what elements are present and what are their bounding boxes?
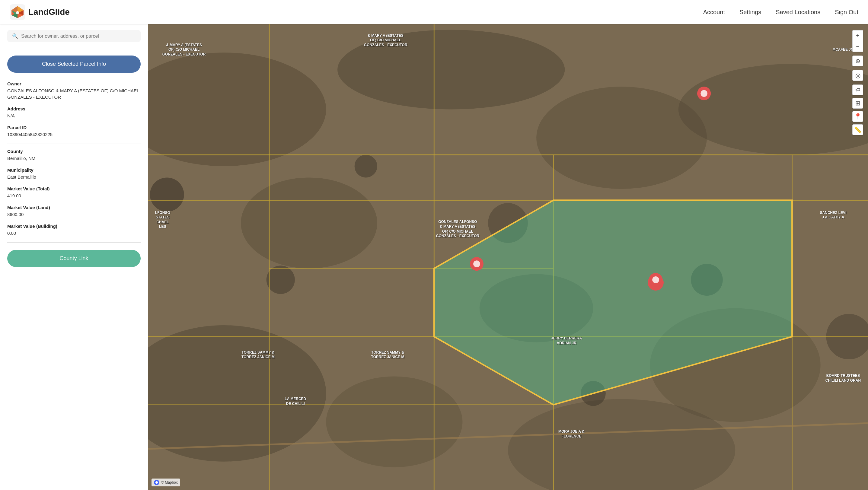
divider-2: [7, 242, 141, 242]
nav-settings[interactable]: Settings: [739, 9, 761, 16]
owner-label: Owner: [7, 81, 141, 86]
svg-point-21: [354, 155, 377, 177]
location-button[interactable]: ◎: [852, 70, 863, 81]
search-icon: 🔍: [12, 33, 18, 39]
mapbox-label: © Mapbox: [161, 480, 178, 485]
svg-point-7: [16, 11, 19, 14]
svg-point-17: [326, 376, 462, 467]
logo-area: LandGlide: [10, 4, 703, 20]
pin-button[interactable]: 📍: [852, 111, 863, 122]
parcel-id-field: Parcel ID 103904405842320225: [7, 125, 141, 138]
top-pin-center: [701, 90, 707, 97]
svg-point-20: [267, 265, 295, 294]
zoom-out-button[interactable]: −: [852, 41, 863, 52]
svg-point-10: [337, 30, 565, 109]
market-value-total-label: Market Value (Total): [7, 186, 141, 191]
left-pin-center: [473, 260, 480, 267]
nav-account[interactable]: Account: [703, 9, 725, 16]
map-controls: + − ⊕ ◎ 🏷 ⊞ 📍 📏: [852, 30, 863, 135]
municipality-label: Municipality: [7, 167, 141, 172]
parcel-id-value: 103904405842320225: [7, 131, 141, 138]
county-field: County Bernalillo, NM: [7, 149, 141, 161]
market-value-total-value: 419.00: [7, 193, 141, 199]
svg-point-39: [155, 481, 158, 484]
market-value-total-field: Market Value (Total) 419.00: [7, 186, 141, 199]
municipality-value: East Bernalillo: [7, 174, 141, 180]
market-value-building-label: Market Value (Building): [7, 224, 141, 229]
market-value-land-label: Market Value (Land): [7, 205, 141, 210]
zoom-in-button[interactable]: +: [852, 30, 863, 41]
market-value-land-value: 8600.00: [7, 211, 141, 218]
logo-text: LandGlide: [28, 7, 70, 17]
nav-saved-locations[interactable]: Saved Locations: [776, 9, 820, 16]
address-value: N/A: [7, 112, 141, 119]
parcel-panel: Close Selected Parcel Info Owner GONZALE…: [0, 48, 148, 490]
map-area[interactable]: & MARY A (ESTATESOF) C/O MICHAELGONZALES…: [148, 24, 868, 490]
parcel-id-label: Parcel ID: [7, 125, 141, 130]
svg-point-19: [150, 177, 184, 211]
nav-sign-out[interactable]: Sign Out: [835, 9, 858, 16]
owner-value: GONZALES ALFONSO & MARY A (ESTATES OF) C…: [7, 88, 141, 100]
layers-button[interactable]: ⊞: [852, 98, 863, 109]
main-pin-center: [652, 276, 659, 283]
search-input-wrapper[interactable]: 🔍: [7, 30, 141, 42]
municipality-field: Municipality East Bernalillo: [7, 167, 141, 180]
app-header: LandGlide Account Settings Saved Locatio…: [0, 0, 868, 24]
county-link-button[interactable]: County Link: [7, 250, 141, 267]
close-selected-parcel-button[interactable]: Close Selected Parcel Info: [7, 56, 141, 73]
market-value-building-value: 0.00: [7, 230, 141, 236]
owner-field: Owner GONZALES ALFONSO & MARY A (ESTATES…: [7, 81, 141, 100]
mapbox-icon: [154, 480, 159, 485]
divider-1: [7, 143, 141, 144]
map-background: [148, 24, 868, 490]
market-value-land-field: Market Value (Land) 8600.00: [7, 205, 141, 218]
address-label: Address: [7, 106, 141, 111]
sidebar: 🔍 Close Selected Parcel Info Owner GONZA…: [0, 24, 148, 490]
svg-point-13: [241, 177, 377, 268]
compass-button[interactable]: ⊕: [852, 56, 863, 66]
landglide-logo-icon: [10, 4, 25, 20]
market-value-building-field: Market Value (Building) 0.00: [7, 224, 141, 236]
search-input[interactable]: [21, 33, 136, 39]
county-label: County: [7, 149, 141, 154]
main-layout: 🔍 Close Selected Parcel Info Owner GONZA…: [0, 24, 868, 490]
mapbox-logo: © Mapbox: [152, 479, 180, 486]
nav-links: Account Settings Saved Locations Sign Ou…: [703, 9, 858, 16]
ruler-button[interactable]: 📏: [852, 124, 863, 135]
county-value: Bernalillo, NM: [7, 155, 141, 161]
address-field: Address N/A: [7, 106, 141, 119]
search-bar: 🔍: [0, 24, 148, 48]
zoom-controls: + −: [852, 30, 863, 52]
tag-button[interactable]: 🏷: [852, 85, 863, 95]
